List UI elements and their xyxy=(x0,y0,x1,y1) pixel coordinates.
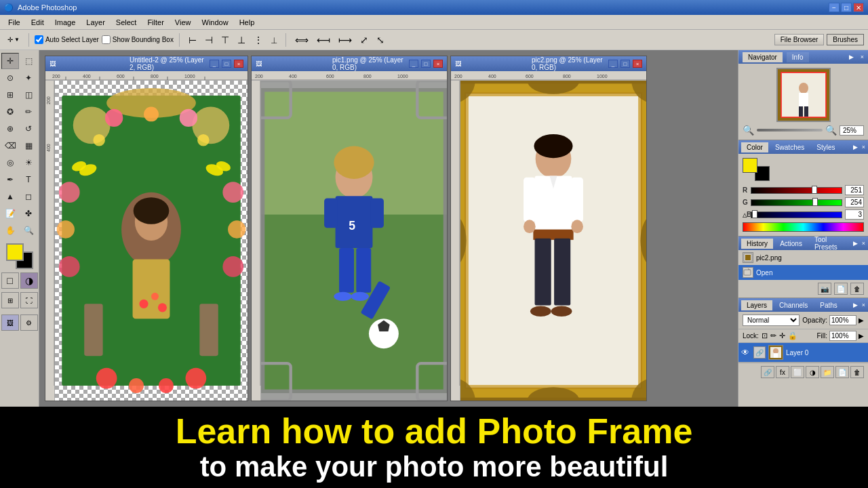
blur-tool[interactable]: ◎ xyxy=(1,155,19,171)
tab-info[interactable]: Info xyxy=(787,52,809,62)
lock-pixels-icon[interactable]: ✏ xyxy=(770,331,776,340)
doc1-min-btn[interactable]: _ xyxy=(210,60,219,68)
align-vcenter-btn[interactable]: ⋮ xyxy=(250,33,267,47)
layer-new-btn[interactable]: 📄 xyxy=(835,366,849,378)
tab-channels[interactable]: Channels xyxy=(774,300,813,310)
layer-0-visibility-icon[interactable]: 👁 xyxy=(741,348,751,357)
menu-view[interactable]: View xyxy=(170,17,197,28)
history-delete-btn[interactable]: 🗑 xyxy=(850,283,864,295)
doc1-max-btn[interactable]: □ xyxy=(222,60,231,68)
layer-mask-btn[interactable]: ⬜ xyxy=(791,366,804,378)
align-center-btn[interactable]: ⊣ xyxy=(201,33,216,47)
extras-btn[interactable]: ⚙ xyxy=(20,314,38,331)
minimize-button[interactable]: − xyxy=(829,3,840,12)
b-thumb[interactable] xyxy=(752,210,757,218)
menu-filter[interactable]: Filter xyxy=(142,17,169,28)
r-thumb[interactable] xyxy=(812,186,817,194)
doc1-canvas[interactable] xyxy=(55,81,248,401)
jump-to-imageready-btn[interactable]: 🖼 xyxy=(1,314,19,331)
menu-file[interactable]: File xyxy=(3,17,26,28)
g-bar[interactable] xyxy=(751,199,842,206)
screen-mode-btn[interactable]: ⊞ xyxy=(1,292,19,308)
doc2-canvas[interactable]: 5 xyxy=(261,81,447,401)
quick-mask-btn[interactable]: ◑ xyxy=(20,272,38,289)
color-gradient-bar[interactable] xyxy=(743,222,864,232)
tab-actions[interactable]: Actions xyxy=(774,239,808,249)
fill-arrow[interactable]: ▶ xyxy=(859,332,864,340)
doc2-max-btn[interactable]: □ xyxy=(421,60,431,68)
zoom-in-icon[interactable]: 🔍 xyxy=(825,125,837,136)
lock-position-icon[interactable]: ✛ xyxy=(779,331,785,340)
gradient-tool[interactable]: ▦ xyxy=(20,138,37,154)
doc3-min-btn[interactable]: _ xyxy=(608,60,618,68)
heal-tool[interactable]: ✪ xyxy=(1,104,19,120)
foreground-color-swatch[interactable] xyxy=(743,158,757,173)
r-bar[interactable] xyxy=(751,187,842,194)
eraser-tool[interactable]: ⌫ xyxy=(1,138,19,154)
hand-tool[interactable]: ✋ xyxy=(1,222,19,239)
tab-styles[interactable]: Styles xyxy=(811,142,840,152)
opacity-arrow[interactable]: ▶ xyxy=(859,317,864,324)
eyedropper-tool[interactable]: ✤ xyxy=(20,205,37,222)
opacity-input[interactable] xyxy=(829,315,856,325)
notes-tool[interactable]: 📝 xyxy=(1,205,19,222)
zoom-slider[interactable] xyxy=(757,129,823,131)
color-menu-icon[interactable]: ▶ xyxy=(853,144,858,150)
tab-tool-presets[interactable]: Tool Presets xyxy=(809,235,850,252)
layer-style-btn[interactable]: fx xyxy=(776,366,789,378)
tab-navigator[interactable]: Navigator xyxy=(743,52,783,62)
show-bounding-checkbox[interactable] xyxy=(102,35,111,44)
navigator-menu-icon[interactable]: ▶ xyxy=(849,54,854,60)
doc2-min-btn[interactable]: _ xyxy=(409,60,418,68)
distribute-btn-1[interactable]: ⟺ xyxy=(292,33,312,47)
magic-wand-tool[interactable]: ✦ xyxy=(20,70,37,86)
menu-window[interactable]: Window xyxy=(197,17,234,28)
color-close-icon[interactable]: × xyxy=(862,144,865,150)
layer-item-0[interactable]: 👁 🔗 Layer 0 xyxy=(738,343,868,363)
doc1-close-btn[interactable]: × xyxy=(234,60,243,68)
align-right-btn[interactable]: ⊤ xyxy=(218,33,233,47)
move-tool[interactable]: ✛ xyxy=(1,53,19,69)
doc2-close-btn[interactable]: × xyxy=(433,60,443,68)
foreground-color[interactable] xyxy=(6,243,24,261)
menu-edit[interactable]: Edit xyxy=(26,17,50,28)
type-tool[interactable]: T xyxy=(20,171,37,188)
file-browser-button[interactable]: File Browser xyxy=(774,34,825,45)
history-brush-tool[interactable]: ↺ xyxy=(20,121,37,137)
align-bottom-btn[interactable]: ⟂ xyxy=(268,33,280,47)
distribute-btn-5[interactable]: ⤡ xyxy=(373,33,388,47)
distribute-btn-3[interactable]: ⟼ xyxy=(335,33,355,47)
blend-mode-select[interactable]: Normal Multiply Screen xyxy=(743,314,800,326)
zoom-input[interactable]: 25% xyxy=(840,125,864,136)
g-value[interactable] xyxy=(845,197,864,207)
align-top-btn[interactable]: ⊥ xyxy=(234,33,249,47)
slice-tool[interactable]: ◫ xyxy=(20,87,37,103)
fill-input[interactable] xyxy=(829,331,856,341)
tab-layers[interactable]: Layers xyxy=(741,300,772,310)
history-create-snapshot-btn[interactable]: 📷 xyxy=(818,283,831,295)
align-left-btn[interactable]: ⊢ xyxy=(185,33,200,47)
b-bar[interactable] xyxy=(751,211,842,218)
tab-paths[interactable]: Paths xyxy=(814,300,843,310)
close-button[interactable]: ✕ xyxy=(853,3,864,12)
r-value[interactable] xyxy=(845,185,864,195)
history-close-icon[interactable]: × xyxy=(862,240,865,247)
zoom-tool[interactable]: 🔍 xyxy=(20,222,37,239)
lock-all-icon[interactable]: 🔒 xyxy=(788,331,797,340)
layer-delete-btn[interactable]: 🗑 xyxy=(850,366,864,378)
brush-tool[interactable]: ✏ xyxy=(20,104,37,120)
fullscreen-btn[interactable]: ⛶ xyxy=(20,292,38,308)
path-select-tool[interactable]: ▲ xyxy=(1,188,19,205)
layer-adjustment-btn[interactable]: ◑ xyxy=(806,366,819,378)
marquee-tool[interactable]: ⬚ xyxy=(20,53,37,69)
pen-tool[interactable]: ✒ xyxy=(1,171,19,188)
crop-tool[interactable]: ⊞ xyxy=(1,87,19,103)
doc3-canvas[interactable] xyxy=(460,81,646,401)
maximize-button[interactable]: □ xyxy=(841,3,852,12)
navigator-close-icon[interactable]: × xyxy=(861,54,864,60)
clone-tool[interactable]: ⊕ xyxy=(1,121,19,137)
lock-transparent-icon[interactable]: ⊡ xyxy=(762,331,768,340)
tab-color[interactable]: Color xyxy=(741,142,768,152)
layers-menu-icon[interactable]: ▶ xyxy=(853,302,858,308)
dodge-tool[interactable]: ☀ xyxy=(20,155,37,171)
